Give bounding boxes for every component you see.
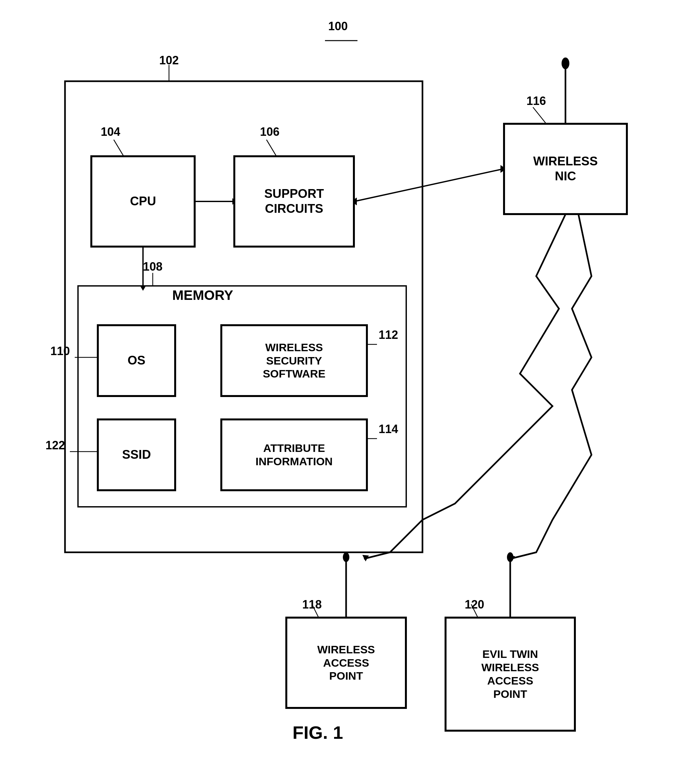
svg-point-23 (343, 552, 349, 562)
ref-104: 104 (101, 125, 120, 139)
evil-twin-box: EVIL TWINWIRELESSACCESSPOINT (445, 617, 575, 731)
ref-106: 106 (260, 125, 280, 139)
svg-line-36 (533, 107, 546, 123)
support-circuits-box: SUPPORTCIRCUITS (234, 156, 354, 247)
svg-marker-27 (507, 556, 515, 561)
ref-100: 100 (328, 20, 348, 33)
svg-point-21 (562, 58, 569, 69)
ref-108: 108 (143, 260, 162, 274)
svg-line-30 (267, 140, 276, 156)
ssid-box: SSID (97, 419, 175, 491)
svg-marker-26 (362, 555, 369, 561)
ref-110: 110 (50, 344, 70, 358)
svg-line-29 (114, 140, 123, 156)
ref-118: 118 (302, 598, 322, 611)
os-box: OS (97, 325, 175, 396)
fig-label: FIG. 1 (292, 722, 343, 743)
memory-label: MEMORY (172, 288, 233, 303)
svg-marker-15 (140, 285, 146, 291)
wireless-nic-box: WIRELESSNIC (504, 123, 627, 215)
wireless-access-point-box: WIRELESSACCESSPOINT (286, 617, 406, 708)
ref-112: 112 (378, 328, 398, 342)
svg-line-17 (354, 169, 503, 201)
attribute-information-box: ATTRIBUTEINFORMATION (221, 419, 367, 491)
ref-120: 120 (465, 598, 484, 611)
ref-116: 116 (527, 94, 546, 108)
ref-114: 114 (378, 423, 398, 436)
wireless-security-software-box: WIRELESSSECURITYSOFTWARE (221, 325, 367, 396)
ref-122: 122 (45, 439, 65, 452)
ref-102: 102 (159, 53, 179, 67)
svg-point-25 (507, 552, 513, 562)
cpu-box: CPU (91, 156, 195, 247)
